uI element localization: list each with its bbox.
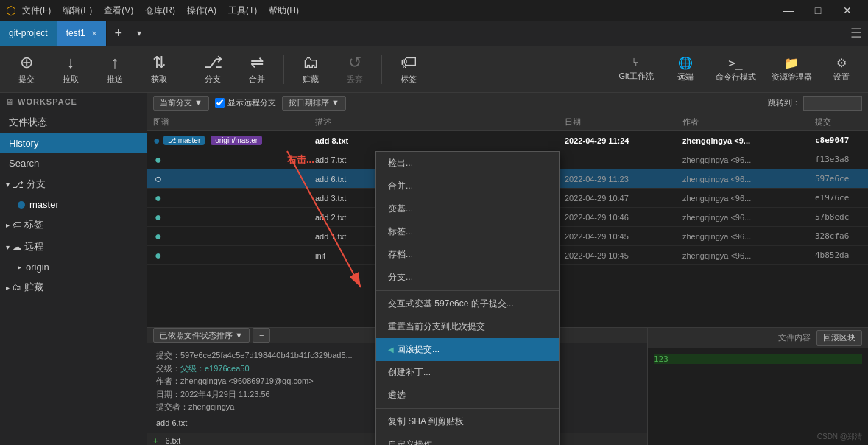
ctx-interactive-rebase[interactable]: 交互式变基 597e6ce 的子提交... bbox=[376, 292, 559, 315]
sidebar-group-remote[interactable]: ▾ ☁ 远程 bbox=[0, 236, 147, 258]
origin-label: origin bbox=[26, 262, 49, 273]
sort-by-label: 按日期排序 ▼ bbox=[289, 97, 339, 108]
menu-action[interactable]: 操作(A) bbox=[187, 4, 216, 17]
commit-author-3: zhengqingya <96... bbox=[677, 175, 809, 183]
fetch-button[interactable]: ⇅ 获取 bbox=[138, 48, 180, 91]
sidebar-group-branches[interactable]: ▾ ⎇ 分支 bbox=[0, 173, 147, 195]
right-click-annotation: 右击... bbox=[287, 153, 314, 167]
col-graph: 图谱 bbox=[147, 113, 309, 130]
list-icon: ≡ bbox=[259, 331, 264, 340]
tab-dropdown-button[interactable]: ▾ bbox=[130, 21, 148, 46]
show-remote-input[interactable] bbox=[215, 98, 225, 108]
commit-hash-6: 328cfa6 bbox=[809, 231, 868, 241]
graph-line-icon: ● bbox=[155, 153, 162, 167]
graph-cell-7: ● bbox=[147, 249, 309, 262]
new-tab-button[interactable]: + bbox=[107, 21, 130, 46]
ctx-custom[interactable]: 自定义操作 bbox=[376, 433, 559, 445]
ctx-branch[interactable]: 分支... bbox=[376, 266, 559, 289]
push-button[interactable]: ↑ 推送 bbox=[94, 48, 135, 91]
ctx-revert-label: 回滚提交... bbox=[397, 343, 440, 356]
explorer-button[interactable]: 📁 资源管理器 bbox=[765, 48, 818, 91]
menu-repo[interactable]: 仓库(R) bbox=[145, 4, 175, 17]
sidebar-item-origin[interactable]: ▸ origin bbox=[0, 258, 147, 276]
branch-tag-label: master bbox=[178, 136, 201, 144]
settings-button[interactable]: ⚙ 设置 bbox=[821, 48, 862, 91]
commit-hash-2: f13e3a8 bbox=[809, 155, 868, 164]
commit-list-header-bar: 当前分支 ▼ 显示远程分支 按日期排序 ▼ 跳转到： bbox=[147, 93, 868, 113]
branch-button[interactable]: ⎇ 分支 bbox=[192, 48, 233, 91]
master-dot-icon bbox=[18, 201, 25, 209]
sidebar-item-file-status[interactable]: 文件状态 bbox=[0, 111, 147, 133]
sort-by-file-status-btn[interactable]: 已依照文件状态排序 ▼ bbox=[153, 328, 250, 343]
menu-edit[interactable]: 编辑(E) bbox=[63, 4, 92, 17]
ctx-copy-sha[interactable]: 复制 SHA 到剪贴板 bbox=[376, 410, 559, 433]
tag-button[interactable]: 🏷 标签 bbox=[388, 48, 429, 91]
pull-button[interactable]: ↓ 拉取 bbox=[50, 48, 91, 91]
jump-to-label: 跳转到： bbox=[768, 97, 800, 108]
tab-bar: git-project test1 ✕ + ▾ ☰ bbox=[0, 21, 868, 46]
file-name: 6.txt bbox=[165, 436, 180, 445]
stash-button[interactable]: 🗂 贮藏 bbox=[290, 48, 331, 91]
gitflow-button[interactable]: ⑂ Git工作流 bbox=[610, 48, 662, 91]
window-controls[interactable]: — □ ✕ bbox=[774, 0, 862, 21]
commit-button[interactable]: ⊕ 提交 bbox=[6, 48, 47, 91]
ctx-archive[interactable]: 存档... bbox=[376, 243, 559, 266]
sidebar-group-tags[interactable]: ▸ 🏷 标签 bbox=[0, 214, 147, 236]
commit-hash-5: 57b8edc bbox=[809, 212, 868, 222]
show-remote-checkbox[interactable]: 显示远程分支 bbox=[215, 97, 276, 108]
menu-help[interactable]: 帮助(H) bbox=[269, 4, 299, 17]
menu-bar[interactable]: 文件(F) 编辑(E) 查看(V) 仓库(R) 操作(A) 工具(T) 帮助(H… bbox=[22, 4, 299, 17]
ctx-merge[interactable]: 合并... bbox=[376, 175, 559, 197]
gitflow-icon: ⑂ bbox=[632, 56, 640, 69]
remote-label: 远端 bbox=[677, 71, 694, 83]
branch-icon-inline: ⎇ bbox=[168, 136, 177, 144]
menu-file[interactable]: 文件(F) bbox=[22, 4, 51, 17]
list-view-btn[interactable]: ≡ bbox=[253, 328, 270, 343]
stash-label-sidebar: 贮藏 bbox=[24, 281, 43, 294]
ctx-reset[interactable]: 重置当前分支到此次提交 bbox=[376, 315, 559, 338]
branch-tag-origin: origin/master bbox=[211, 136, 262, 145]
tab-test1[interactable]: test1 ✕ bbox=[57, 21, 107, 46]
commit-date-6: 2022-04-29 10:45 bbox=[559, 232, 677, 241]
origin-chevron-icon: ▸ bbox=[18, 263, 21, 271]
sidebar-group-stash[interactable]: ▸ 🗂 贮藏 bbox=[0, 276, 147, 298]
jump-to-input[interactable] bbox=[803, 96, 862, 111]
sidebar-item-master[interactable]: master bbox=[0, 195, 147, 214]
graph-dot-icon-6: ● bbox=[155, 230, 162, 243]
commit-date-1: 2022-04-29 11:24 bbox=[559, 136, 677, 145]
sort-by-dropdown[interactable]: 按日期排序 ▼ bbox=[282, 96, 346, 111]
remote-button[interactable]: 🌐 远端 bbox=[665, 48, 706, 91]
tab-test1-close[interactable]: ✕ bbox=[91, 29, 97, 38]
toolbar-sep-3 bbox=[381, 55, 382, 84]
settings-icon: ⚙ bbox=[836, 56, 847, 70]
current-branch-dropdown[interactable]: 当前分支 ▼ bbox=[153, 96, 209, 111]
hamburger-menu[interactable]: ☰ bbox=[850, 25, 862, 41]
ctx-pick[interactable]: 遴选 bbox=[376, 384, 559, 407]
ctx-rebase[interactable]: 变基... bbox=[376, 197, 559, 220]
tab-git-project[interactable]: git-project bbox=[0, 21, 57, 46]
close-button[interactable]: ✕ bbox=[833, 0, 862, 21]
tags-group-icon: 🏷 bbox=[13, 220, 21, 230]
ctx-tag[interactable]: 标签... bbox=[376, 220, 559, 243]
discard-button[interactable]: ↺ 丢弃 bbox=[334, 48, 375, 91]
minimize-button[interactable]: — bbox=[774, 0, 803, 21]
bottom-right-toolbar: 文件内容 回滚区块 bbox=[648, 328, 868, 348]
title-bar: ⬡ 文件(F) 编辑(E) 查看(V) 仓库(R) 操作(A) 工具(T) 帮助… bbox=[0, 0, 868, 21]
maximize-button[interactable]: □ bbox=[803, 0, 833, 21]
chevron-right-icon: ▸ bbox=[6, 221, 10, 229]
revert-block-button[interactable]: 回滚区块 bbox=[816, 330, 862, 346]
ctx-revert[interactable]: ◀ 回滚提交... bbox=[376, 338, 559, 361]
ctx-cherry-pick[interactable]: 创建补丁... bbox=[376, 361, 559, 384]
menu-view[interactable]: 查看(V) bbox=[104, 4, 133, 17]
parent-hash-link[interactable]: 父级：e1976cea50 bbox=[180, 364, 250, 373]
terminal-icon: >_ bbox=[728, 56, 742, 70]
graph-cell-3: ○ bbox=[147, 172, 309, 186]
table-row[interactable]: ● ⎇ master origin/master add 8.txt 2022-… bbox=[147, 131, 868, 150]
ctx-checkout[interactable]: 检出... bbox=[376, 152, 559, 175]
graph-cell-6: ● bbox=[147, 230, 309, 243]
merge-button[interactable]: ⇌ 合并 bbox=[236, 48, 278, 91]
sidebar-item-history[interactable]: History bbox=[0, 133, 147, 153]
menu-tools[interactable]: 工具(T) bbox=[228, 4, 257, 17]
terminal-button[interactable]: >_ 命令行模式 bbox=[709, 48, 762, 91]
sidebar-item-search[interactable]: Search bbox=[0, 153, 147, 173]
